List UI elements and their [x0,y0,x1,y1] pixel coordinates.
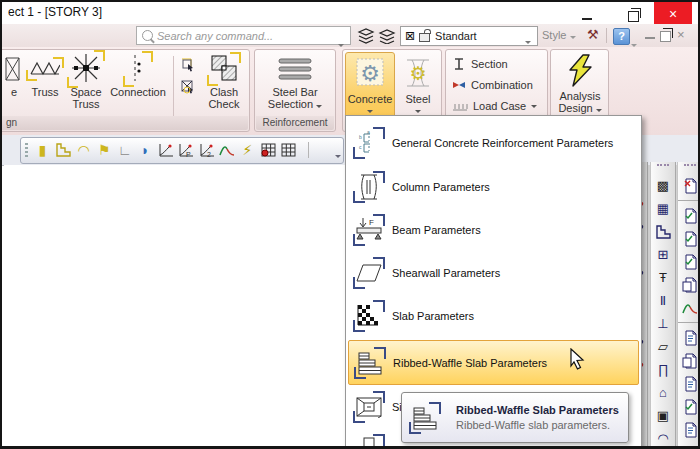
p-delta-graph-icon[interactable]: P [177,141,196,159]
menu-item-column-parameters[interactable]: Column Parameters [348,165,639,208]
child-close-button[interactable]: × [677,27,685,42]
child-restore-button[interactable] [660,29,671,42]
shearwall-panel-icon[interactable]: ▱ [651,335,675,358]
second-order-graph-icon[interactable]: 2 [197,141,216,159]
modeling-toolbar: ▮◠⚑∟◗P2⚡ [20,137,344,164]
tooltip-title: Ribbed-Waffle Slab Parameters [456,404,619,416]
steel-dropdown-arrow [415,110,421,113]
check-report-doc-icon-2[interactable] [678,227,700,250]
run-analysis-bolt-icon[interactable]: ⚡ [238,141,257,159]
rainbow-beam-icon[interactable] [678,296,700,319]
command-search-input[interactable]: Search any command... [136,26,351,45]
check-report-doc-icon-1[interactable] [678,204,700,227]
analysis-design-button[interactable]: Analysis Design [555,52,605,114]
stair-tool-icon[interactable] [54,141,73,159]
space-truss-button[interactable]: Space Truss [65,52,107,110]
beam-load-icon[interactable]: Ŧ [651,266,675,289]
frame-label: e [11,86,17,98]
group-label-design: gn [0,116,248,130]
restore-icon [628,11,639,22]
docs-pair-icon[interactable] [678,349,700,372]
search-placeholder: Search any command... [157,30,338,42]
toolbar-grip[interactable] [684,164,696,173]
load-case-button[interactable]: Load Case [452,97,537,115]
group-label-reinforcement: Reinforcement [256,116,334,130]
analysis-design-label-2: Design [558,102,601,114]
style-dropdown[interactable]: Style [542,29,576,41]
mouse-cursor [568,348,588,370]
help-button[interactable]: ? [613,28,630,45]
minimize-button[interactable] [576,6,598,22]
waffle-report-doc-icon[interactable] [678,372,700,395]
dome-tool-icon[interactable]: ◠ [74,141,93,159]
select-remove-button[interactable] [177,76,199,98]
steel-bar-selection-button[interactable]: Steel Bar Selection [263,52,327,110]
column-tool-icon[interactable]: ▮ [33,141,52,159]
arch-bridge-icon[interactable]: ◠ [651,427,675,448]
standart-dropdown-arrow[interactable] [525,34,532,39]
layer-stack-icon[interactable] [378,27,396,44]
column-section-icon[interactable]: Ⅱ [651,289,675,312]
beam-report-doc-icon[interactable] [678,326,700,349]
spectrum-curve-icon[interactable] [218,141,237,159]
settings-tool-icon[interactable]: ⚒ [587,27,599,42]
toolbar-overflow-arrow[interactable] [335,144,341,162]
angle-tool-icon[interactable]: ∟ [115,141,134,159]
svg-text:b: b [359,134,362,140]
svg-text:2: 2 [207,151,211,158]
waffle-mode-icon[interactable] [259,141,278,159]
quick-access-toolbar: Search any command... ⊠ Standart Style ⚒… [2,24,698,48]
layer-list-icon[interactable] [357,27,375,44]
building-report-doc-icon[interactable] [678,418,700,441]
menu-item-ribbed-waffle-slab-parameters[interactable]: Ribbed-Waffle Slab Parameters [348,340,639,385]
grid-table-icon[interactable] [279,141,298,159]
paste-report-doc-icon[interactable] [678,174,700,197]
tooltip: Ribbed-Waffle Slab Parameters Ribbed-Waf… [401,392,629,443]
separator [678,319,700,326]
title-bar: ect 1 - [STORY 3] [2,2,698,24]
tooltip-ribbed-waffle-icon [410,403,440,433]
frame-button-truncated[interactable]: e [3,52,25,98]
steel-bar-label-2: Selection [268,98,322,110]
svg-text:a: a [367,130,370,135]
foundation-icon[interactable]: ⌂ [651,381,675,404]
checker-slab-icon[interactable]: ▩ [651,174,675,197]
menu-item-shearwall-parameters[interactable]: Shearwall Parameters [348,251,639,294]
selection-box-icon: ⊠ [405,29,415,43]
check-report-doc-icon-3[interactable] [678,250,700,273]
toolbar-grip[interactable] [657,164,669,173]
hatch-grid-icon[interactable]: ▦ [651,197,675,220]
menu-item-slab-parameters[interactable]: Slab Parameters [348,294,639,337]
beam-parameters-icon: F [354,215,384,245]
child-minimize-button[interactable] [645,29,655,41]
waffle-block-icon[interactable]: ⊞ [651,243,675,266]
pointer-flag-icon[interactable]: ⚑ [95,141,114,159]
shearwall-parameters-icon [354,258,384,288]
analysis-graph-icon[interactable] [156,141,175,159]
unlock-icon [419,33,430,42]
restore-button[interactable] [622,6,644,22]
section-button[interactable]: Section [452,55,508,73]
boxed-frame-icon[interactable]: ▣ [651,404,675,427]
menu-item-beam-parameters[interactable]: F Beam Parameters [348,208,639,251]
steel-label: Steel [405,93,430,105]
toolbar-grip[interactable] [25,143,28,158]
ribbed-slab-icon[interactable] [651,220,675,243]
load-case-icon [452,100,468,112]
search-dropdown-arrow[interactable] [338,33,345,38]
truss-button[interactable]: Truss [27,52,63,98]
truss-label: Truss [31,86,58,98]
connection-button[interactable]: Connection [107,52,169,98]
u-channel-icon[interactable]: ∏ [651,358,675,381]
load-case-arrow [531,105,537,108]
menu-item-general-concrete-reinforcement[interactable]: bca General Concrete Reinforcement Param… [348,121,639,164]
clash-check-button[interactable]: Clash Check [201,52,247,110]
column-report-doc-icon[interactable] [678,395,700,418]
combination-button[interactable]: Combination [452,76,533,94]
select-add-button[interactable] [177,54,199,76]
polygon-slab-icon[interactable]: ◗ [136,141,155,159]
standart-selector[interactable]: ⊠ Standart [400,26,538,46]
space-truss-label-2: Truss [72,98,99,110]
copy-docs-icon[interactable] [678,273,700,296]
footing-icon[interactable]: ⊥ [651,312,675,335]
